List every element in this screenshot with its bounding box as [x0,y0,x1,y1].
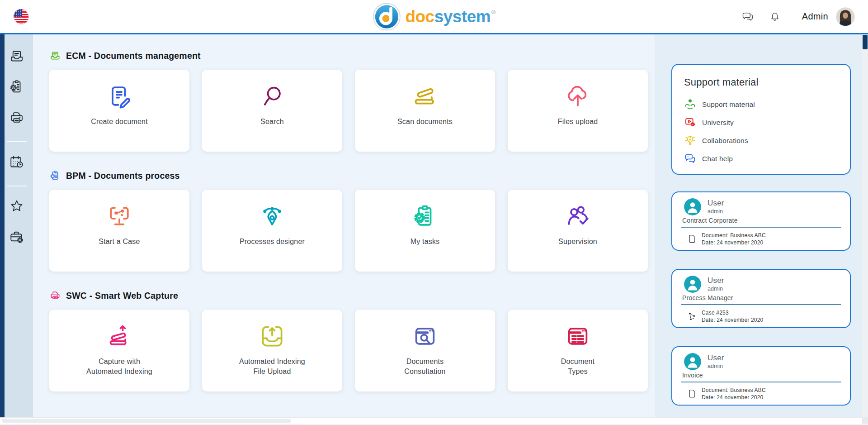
section-ecm-header: ECM - Documents management [49,50,650,62]
sidebar-item-favorites[interactable] [7,196,27,216]
horizontal-scrollbar-thumb[interactable] [2,419,291,423]
lightbulb-flash-icon [684,134,696,147]
tile-supervision[interactable]: Supervision [508,190,648,272]
scanner-icon [411,81,439,111]
tile-files-upload[interactable]: Files upload [508,70,648,152]
document-icon [688,389,697,399]
detail-line-1: Document: Business ABC [702,232,766,239]
support-card-title: Support material [684,76,838,88]
support-item-university[interactable]: University [684,115,838,129]
detail-line-2: Date: 24 november 2020 [702,239,766,246]
activity-role: Invoice [681,372,841,379]
calendar-clock-icon [9,154,25,170]
tile-label: Search [260,117,284,127]
tile-label: Scan documents [397,117,453,127]
tile-label: Start a Case [99,237,140,247]
support-item-collaborations[interactable]: Collaborations [684,134,838,148]
activity-detail-lines: Document: Business ABC Date: 24 november… [702,387,766,401]
clipboard-gear-icon [9,79,25,95]
sidebar-item-documents[interactable] [7,46,27,66]
monitor-flow-icon [106,201,133,231]
case-flow-icon [688,311,697,321]
rail-items [0,34,33,258]
clipboard-gear-check-icon [411,201,439,231]
search-icon [259,81,286,111]
vertical-scrollbar[interactable] [862,34,868,417]
ecm-tiles: Create document Search [49,70,650,152]
activity-role: Process Manager [681,294,841,301]
tile-my-tasks[interactable]: My tasks [355,190,495,272]
tile-capture-automated-indexing[interactable]: Capture with Automated Indexing [49,310,189,392]
language-flag-icon[interactable] [14,9,29,24]
registered-mark: ® [491,9,495,15]
scanner-upload-icon [106,321,133,351]
printer-icon [49,290,61,301]
section-title: SWC - Smart Web Capture [66,291,178,301]
tray-upload-icon [259,321,286,351]
sidebar-item-print[interactable] [7,108,27,128]
left-rail [0,34,33,424]
activity-card-process-manager[interactable]: User admin Process Manager Cas [671,269,851,328]
support-material-card: Support material Support material [671,64,851,175]
activity-detail: Document: Business ABC Date: 24 november… [681,387,841,401]
tile-start-a-case[interactable]: Start a Case [49,190,189,272]
horizontal-scrollbar[interactable] [0,417,862,424]
tile-label: Supervision [558,237,597,247]
bell-icon[interactable] [769,10,781,23]
tile-documents-consultation[interactable]: Documents Consultation [355,310,495,392]
rail-divider [7,141,27,142]
flag-canton [14,9,22,17]
printer-icon [9,110,25,126]
sidebar-item-processes[interactable] [7,77,27,97]
brand-doc: doc [405,7,434,26]
inbox-tray-icon [49,50,61,62]
user-title: User [708,276,724,285]
star-icon [9,198,25,215]
card-divider [681,382,841,382]
admin-menu[interactable]: Admin [802,11,828,22]
user-name: admin [708,286,724,292]
user-names: User admin [708,276,724,292]
hands-gift-icon [684,98,696,110]
vertical-scrollbar-thumb[interactable] [863,35,868,49]
admin-avatar-photo [836,8,854,26]
sidebar-item-tools[interactable] [7,227,27,247]
section-bpm-header: BPM - Documents process [49,170,650,181]
chat-icon[interactable] [741,10,754,23]
cloud-upload-icon [564,81,591,111]
tile-label: My tasks [410,237,440,247]
detail-line-2: Date: 24 november 2020 [702,394,766,401]
section-title: BPM - Documents process [66,171,180,181]
support-item-chat-help[interactable]: Chat help [684,152,838,166]
dashboard: ECM - Documents management Create docume… [33,34,655,424]
user-avatar-icon [684,353,701,370]
user-title: User [708,199,724,208]
user-names: User admin [708,353,724,369]
brand-text: docsystem® [405,7,495,26]
admin-avatar[interactable] [836,8,854,26]
support-item-support-material[interactable]: Support material [684,97,838,111]
page-content: ECM - Documents management Create docume… [0,34,868,424]
brand-logo[interactable]: docsystem® [373,3,495,31]
detail-line-1: Document: Business ABC [702,387,766,394]
activity-card-user-row: User admin [681,353,841,370]
document-edit-icon [106,81,133,111]
app-header: docsystem® Admin [0,0,868,34]
tile-document-types[interactable]: Document Types [508,310,648,392]
support-items: Support material University [684,97,838,166]
tile-search[interactable]: Search [202,70,342,152]
browser-search-icon [411,321,439,351]
activity-detail-lines: Case #253 Date: 24 november 2020 [702,309,764,324]
sidebar-item-calendar[interactable] [7,152,27,172]
activity-role: Contract Corporate [681,217,841,224]
tile-scan-documents[interactable]: Scan documents [355,70,495,152]
section-swc-header: SWC - Smart Web Capture [49,290,650,301]
tile-processes-designer[interactable]: Processes designer [202,190,342,272]
tile-label: Processes designer [240,237,305,247]
tile-create-document[interactable]: Create document [49,70,189,152]
activity-card-contract-corporate[interactable]: User admin Contract Corporate Document: … [671,191,851,251]
tile-automated-indexing-file-upload[interactable]: Automated Indexing File Upload [202,310,342,392]
briefcase-gear-icon [9,229,25,245]
bpm-tiles: Start a Case Processes designer [49,190,650,272]
activity-card-invoice[interactable]: User admin Invoice Document: Business AB… [671,346,851,406]
